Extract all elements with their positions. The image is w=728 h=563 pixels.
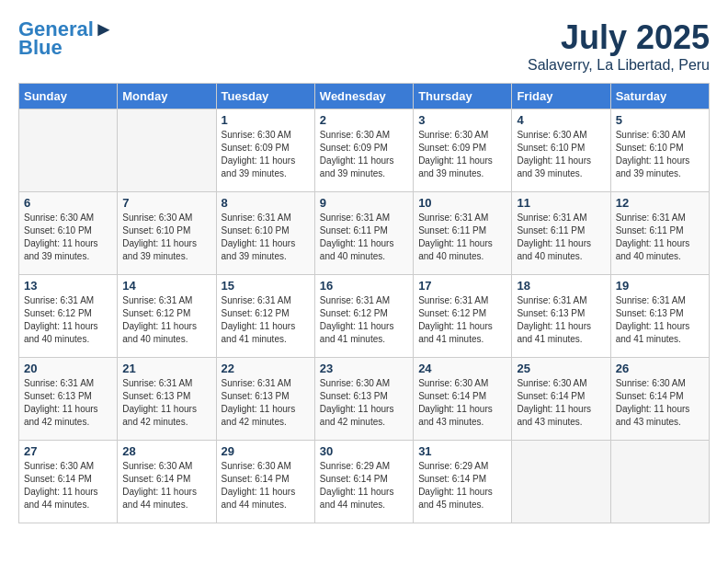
day-info: Sunrise: 6:30 AM Sunset: 6:14 PM Dayligh…	[24, 460, 112, 511]
day-info: Sunrise: 6:31 AM Sunset: 6:12 PM Dayligh…	[320, 294, 408, 346]
day-number: 16	[320, 279, 408, 293]
day-number: 2	[320, 113, 408, 127]
day-info: Sunrise: 6:30 AM Sunset: 6:14 PM Dayligh…	[418, 377, 506, 429]
day-info: Sunrise: 6:30 AM Sunset: 6:10 PM Dayligh…	[24, 212, 112, 263]
day-number: 10	[418, 196, 506, 210]
day-info: Sunrise: 6:30 AM Sunset: 6:14 PM Dayligh…	[222, 460, 310, 511]
calendar-cell: 21Sunrise: 6:31 AM Sunset: 6:13 PM Dayli…	[118, 358, 216, 441]
header: General► Blue July 2025 Salaverry, La Li…	[18, 18, 710, 74]
calendar-cell: 18Sunrise: 6:31 AM Sunset: 6:13 PM Dayli…	[512, 275, 610, 358]
day-info: Sunrise: 6:30 AM Sunset: 6:14 PM Dayligh…	[616, 377, 704, 429]
col-header-tuesday: Tuesday	[216, 84, 314, 109]
week-row-4: 20Sunrise: 6:31 AM Sunset: 6:13 PM Dayli…	[19, 358, 710, 441]
calendar-cell: 14Sunrise: 6:31 AM Sunset: 6:12 PM Dayli…	[118, 275, 216, 358]
day-info: Sunrise: 6:31 AM Sunset: 6:13 PM Dayligh…	[24, 377, 112, 429]
calendar-table: SundayMondayTuesdayWednesdayThursdayFrid…	[18, 83, 710, 523]
day-number: 13	[24, 279, 112, 293]
week-row-3: 13Sunrise: 6:31 AM Sunset: 6:12 PM Dayli…	[19, 275, 710, 358]
day-info: Sunrise: 6:31 AM Sunset: 6:13 PM Dayligh…	[616, 294, 704, 346]
calendar-cell: 24Sunrise: 6:30 AM Sunset: 6:14 PM Dayli…	[414, 358, 512, 441]
title-area: July 2025 Salaverry, La Libertad, Peru	[528, 18, 710, 74]
day-info: Sunrise: 6:29 AM Sunset: 6:14 PM Dayligh…	[320, 460, 408, 511]
day-number: 23	[320, 362, 408, 375]
day-number: 11	[517, 196, 605, 210]
day-number: 6	[24, 196, 112, 210]
calendar-cell: 1Sunrise: 6:30 AM Sunset: 6:09 PM Daylig…	[216, 109, 314, 192]
day-number: 28	[122, 444, 210, 458]
calendar-cell: 7Sunrise: 6:30 AM Sunset: 6:10 PM Daylig…	[118, 192, 216, 275]
day-number: 29	[222, 444, 310, 458]
day-number: 25	[517, 362, 605, 375]
calendar-cell: 29Sunrise: 6:30 AM Sunset: 6:14 PM Dayli…	[216, 441, 314, 523]
logo-blue: Blue	[18, 37, 63, 59]
calendar-cell: 4Sunrise: 6:30 AM Sunset: 6:10 PM Daylig…	[512, 109, 610, 192]
day-info: Sunrise: 6:31 AM Sunset: 6:12 PM Dayligh…	[122, 294, 210, 346]
calendar-cell: 22Sunrise: 6:31 AM Sunset: 6:13 PM Dayli…	[216, 358, 314, 441]
day-number: 15	[222, 279, 310, 293]
week-row-5: 27Sunrise: 6:30 AM Sunset: 6:14 PM Dayli…	[19, 441, 710, 523]
day-number: 9	[320, 196, 408, 210]
day-info: Sunrise: 6:30 AM Sunset: 6:09 PM Dayligh…	[222, 129, 310, 180]
col-header-wednesday: Wednesday	[314, 84, 413, 109]
day-number: 3	[418, 113, 506, 127]
day-number: 7	[122, 196, 210, 210]
day-info: Sunrise: 6:30 AM Sunset: 6:09 PM Dayligh…	[418, 129, 506, 180]
calendar-cell: 16Sunrise: 6:31 AM Sunset: 6:12 PM Dayli…	[314, 275, 413, 358]
col-header-thursday: Thursday	[414, 84, 512, 109]
calendar-cell: 30Sunrise: 6:29 AM Sunset: 6:14 PM Dayli…	[314, 441, 413, 523]
week-row-2: 6Sunrise: 6:30 AM Sunset: 6:10 PM Daylig…	[19, 192, 710, 275]
day-number: 8	[222, 196, 310, 210]
day-info: Sunrise: 6:30 AM Sunset: 6:10 PM Dayligh…	[122, 212, 210, 263]
col-header-monday: Monday	[118, 84, 216, 109]
day-number: 26	[616, 362, 704, 375]
calendar-cell: 6Sunrise: 6:30 AM Sunset: 6:10 PM Daylig…	[19, 192, 118, 275]
day-info: Sunrise: 6:30 AM Sunset: 6:14 PM Dayligh…	[122, 460, 210, 511]
calendar-cell: 27Sunrise: 6:30 AM Sunset: 6:14 PM Dayli…	[19, 441, 118, 523]
day-number: 30	[320, 444, 408, 458]
calendar-cell: 26Sunrise: 6:30 AM Sunset: 6:14 PM Dayli…	[610, 358, 709, 441]
day-number: 18	[517, 279, 605, 293]
calendar-cell: 28Sunrise: 6:30 AM Sunset: 6:14 PM Dayli…	[118, 441, 216, 523]
day-info: Sunrise: 6:30 AM Sunset: 6:10 PM Dayligh…	[616, 129, 704, 180]
week-row-1: 1Sunrise: 6:30 AM Sunset: 6:09 PM Daylig…	[19, 109, 710, 192]
day-info: Sunrise: 6:31 AM Sunset: 6:13 PM Dayligh…	[222, 377, 310, 429]
day-number: 1	[222, 113, 310, 127]
day-info: Sunrise: 6:29 AM Sunset: 6:14 PM Dayligh…	[418, 460, 506, 511]
day-info: Sunrise: 6:31 AM Sunset: 6:10 PM Dayligh…	[222, 212, 310, 263]
calendar-cell: 31Sunrise: 6:29 AM Sunset: 6:14 PM Dayli…	[414, 441, 512, 523]
day-number: 31	[418, 444, 506, 458]
calendar-cell: 5Sunrise: 6:30 AM Sunset: 6:10 PM Daylig…	[610, 109, 709, 192]
calendar-cell	[512, 441, 610, 523]
day-number: 5	[616, 113, 704, 127]
calendar-cell: 3Sunrise: 6:30 AM Sunset: 6:09 PM Daylig…	[414, 109, 512, 192]
day-info: Sunrise: 6:31 AM Sunset: 6:12 PM Dayligh…	[418, 294, 506, 346]
day-info: Sunrise: 6:30 AM Sunset: 6:14 PM Dayligh…	[517, 377, 605, 429]
calendar-cell	[118, 109, 216, 192]
day-info: Sunrise: 6:31 AM Sunset: 6:11 PM Dayligh…	[616, 212, 704, 263]
calendar-cell: 23Sunrise: 6:30 AM Sunset: 6:13 PM Dayli…	[314, 358, 413, 441]
calendar-cell: 20Sunrise: 6:31 AM Sunset: 6:13 PM Dayli…	[19, 358, 118, 441]
day-info: Sunrise: 6:30 AM Sunset: 6:10 PM Dayligh…	[517, 129, 605, 180]
day-info: Sunrise: 6:31 AM Sunset: 6:13 PM Dayligh…	[122, 377, 210, 429]
day-info: Sunrise: 6:30 AM Sunset: 6:09 PM Dayligh…	[320, 129, 408, 180]
location: Salaverry, La Libertad, Peru	[528, 57, 710, 74]
col-header-sunday: Sunday	[19, 84, 118, 109]
month-year: July 2025	[528, 18, 710, 57]
calendar-cell: 19Sunrise: 6:31 AM Sunset: 6:13 PM Dayli…	[610, 275, 709, 358]
day-number: 24	[418, 362, 506, 375]
calendar-cell: 9Sunrise: 6:31 AM Sunset: 6:11 PM Daylig…	[314, 192, 413, 275]
col-header-saturday: Saturday	[610, 84, 709, 109]
day-info: Sunrise: 6:31 AM Sunset: 6:11 PM Dayligh…	[517, 212, 605, 263]
calendar-cell: 25Sunrise: 6:30 AM Sunset: 6:14 PM Dayli…	[512, 358, 610, 441]
day-info: Sunrise: 6:30 AM Sunset: 6:13 PM Dayligh…	[320, 377, 408, 429]
day-number: 19	[616, 279, 704, 293]
day-info: Sunrise: 6:31 AM Sunset: 6:12 PM Dayligh…	[222, 294, 310, 346]
calendar-cell: 8Sunrise: 6:31 AM Sunset: 6:10 PM Daylig…	[216, 192, 314, 275]
calendar-cell: 15Sunrise: 6:31 AM Sunset: 6:12 PM Dayli…	[216, 275, 314, 358]
header-row: SundayMondayTuesdayWednesdayThursdayFrid…	[19, 84, 710, 109]
day-number: 17	[418, 279, 506, 293]
day-number: 20	[24, 362, 112, 375]
col-header-friday: Friday	[512, 84, 610, 109]
day-number: 21	[122, 362, 210, 375]
day-info: Sunrise: 6:31 AM Sunset: 6:13 PM Dayligh…	[517, 294, 605, 346]
